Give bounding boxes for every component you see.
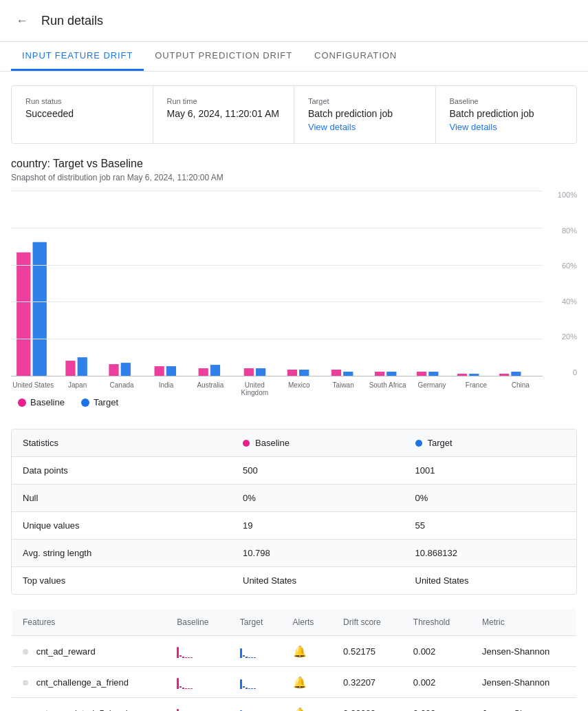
feature-target-chart: [229, 667, 282, 698]
features-section: Features Baseline Target Alerts Drift sc…: [11, 608, 577, 711]
stats-cell-baseline: United States: [232, 567, 404, 594]
feature-name-cell: cnt_ad_reward: [12, 636, 166, 667]
tab-configuration[interactable]: CONFIGURATION: [303, 42, 408, 71]
feature-target-chart: [229, 698, 282, 712]
alert-bell-icon: 🔔: [293, 708, 307, 712]
features-col-drift-score: Drift score: [332, 609, 402, 636]
chart-plot-area: 100% 80% 60% 40% 20% 0: [11, 191, 577, 376]
svg-rect-12: [287, 370, 297, 376]
features-table: Features Baseline Target Alerts Drift sc…: [11, 608, 577, 711]
svg-rect-7: [166, 366, 176, 376]
features-col-target: Target: [229, 609, 282, 636]
legend-baseline: Baseline: [18, 397, 65, 407]
x-label-mexico: Mexico: [277, 381, 321, 396]
feature-metric: Jensen-Shannon: [471, 636, 577, 667]
feature-name: cnt_completed_5_levels: [36, 708, 132, 712]
svg-rect-10: [244, 368, 254, 376]
x-label-south-africa: South Africa: [365, 381, 409, 396]
run-time-label: Run time: [167, 97, 281, 105]
svg-rect-20: [457, 374, 467, 376]
svg-rect-22: [499, 374, 509, 376]
y-label-60: 60%: [546, 262, 577, 270]
feature-baseline-chart: [166, 698, 229, 712]
grid-line-40: [11, 301, 543, 302]
target-dot-icon: [415, 440, 422, 447]
x-label-india: India: [144, 381, 188, 396]
x-label-japan: Japan: [55, 381, 99, 396]
bars-svg: [11, 191, 543, 376]
stats-cell-target: 55: [404, 512, 577, 539]
baseline-legend-dot: [18, 399, 26, 407]
features-table-body: cnt_ad_reward 🔔 0.52175 0.002 Jensen-Sha…: [12, 636, 577, 712]
feature-dot-icon: [23, 680, 28, 686]
stats-col-statistics: Statistics: [12, 429, 232, 456]
baseline-label: Baseline: [450, 97, 563, 105]
x-label-france: France: [454, 381, 498, 396]
svg-rect-14: [331, 370, 341, 376]
svg-rect-15: [343, 372, 353, 376]
stats-row: Data points 500 1001: [12, 457, 576, 485]
grid-line-60: [11, 265, 543, 266]
statistics-table: Statistics Baseline Target Data points 5…: [11, 429, 577, 595]
y-label-80: 80%: [546, 226, 577, 235]
x-label-canada: Canada: [100, 381, 144, 396]
stats-target-label: Target: [428, 438, 453, 448]
grid-line-20: [11, 339, 543, 339]
stats-cell-label: Avg. string length: [12, 540, 232, 566]
stats-cell-label: Null: [12, 485, 232, 511]
feature-alert: 🔔: [282, 636, 333, 667]
stats-table-header: Statistics Baseline Target: [12, 429, 576, 457]
svg-rect-3: [78, 357, 87, 376]
table-row: cnt_ad_reward 🔔 0.52175 0.002 Jensen-Sha…: [12, 636, 577, 667]
svg-rect-8: [199, 368, 208, 376]
stats-cell-target: 1001: [404, 457, 577, 484]
y-label-100: 100%: [546, 191, 577, 199]
page-title: Run details: [41, 14, 103, 28]
svg-rect-21: [469, 374, 479, 376]
x-label-uk: United Kingdom: [232, 381, 276, 396]
y-label-0: 0: [546, 368, 577, 376]
alert-bell-icon: 🔔: [293, 646, 307, 657]
feature-target-chart: [229, 636, 282, 667]
feature-alert: 🔔: [282, 698, 333, 712]
baseline-dot-icon: [243, 440, 250, 447]
baseline-view-details-link[interactable]: View details: [450, 122, 497, 132]
target-legend-dot: [81, 399, 89, 407]
target-legend-label: Target: [94, 397, 118, 407]
x-axis-labels: United States Japan Canada India Austral…: [11, 381, 543, 396]
feature-drift-score: 0.52175: [332, 636, 402, 667]
run-status-label: Run status: [25, 97, 139, 105]
svg-rect-9: [210, 365, 220, 376]
features-col-baseline: Baseline: [166, 609, 229, 636]
stats-cell-label: Unique values: [12, 512, 232, 539]
back-button[interactable]: ←: [11, 10, 33, 32]
run-time-cell: Run time May 6, 2024, 11:20:01 AM: [153, 86, 295, 143]
tab-input-feature-drift[interactable]: INPUT FEATURE DRIFT: [11, 42, 144, 71]
svg-rect-13: [299, 370, 309, 376]
status-section: Run status Succeeded Run time May 6, 202…: [11, 85, 577, 144]
grid-line-80: [11, 228, 543, 229]
features-col-metric: Metric: [471, 609, 577, 636]
stats-rows: Data points 500 1001 Null 0% 0% Unique v…: [12, 457, 576, 594]
features-col-features: Features: [12, 609, 166, 636]
features-col-threshold: Threshold: [402, 609, 471, 636]
feature-baseline-chart: [166, 636, 229, 667]
feature-drift-score: 0.32207: [332, 667, 402, 698]
legend-target: Target: [81, 397, 118, 407]
stats-baseline-label: Baseline: [255, 438, 290, 448]
feature-threshold: 0.002: [402, 698, 471, 712]
target-view-details-link[interactable]: View details: [308, 122, 356, 132]
header: ← Run details: [0, 0, 588, 42]
tab-output-prediction-drift[interactable]: OUTPUT PREDICTION DRIFT: [144, 42, 303, 71]
chart-wrapper: 100% 80% 60% 40% 20% 0: [11, 191, 577, 404]
feature-threshold: 0.002: [402, 667, 471, 698]
baseline-legend-label: Baseline: [30, 397, 65, 407]
chart-subtitle: Snapshot of distribution job ran May 6, …: [11, 173, 577, 182]
features-col-alerts: Alerts: [282, 609, 333, 636]
svg-rect-16: [375, 372, 384, 376]
y-label-40: 40%: [546, 297, 577, 306]
stats-row: Null 0% 0%: [12, 485, 576, 512]
feature-metric: Jensen-Shannon: [471, 667, 577, 698]
svg-rect-5: [121, 363, 131, 376]
tabs-container: INPUT FEATURE DRIFT OUTPUT PREDICTION DR…: [0, 42, 588, 72]
